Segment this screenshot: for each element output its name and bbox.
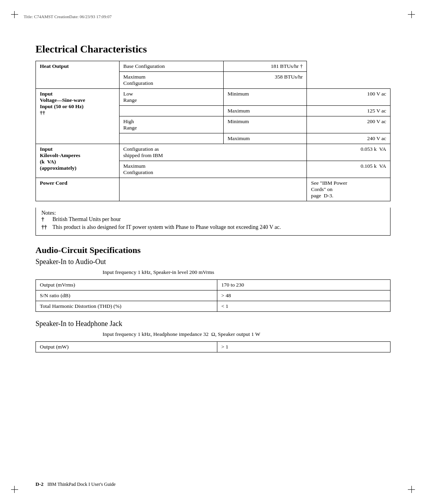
section2-title: Audio-Circuit Specifications xyxy=(36,245,390,255)
cell-power-cord-mid xyxy=(119,178,307,201)
table-row: InputVoltage—Sine-waveInput (50 or 60 Hz… xyxy=(36,89,390,106)
audio-table-1: Output (mVrms) 170 to 230 S/N ratio (dB)… xyxy=(36,279,390,312)
corner-tl xyxy=(11,11,23,23)
cell-low-range2 xyxy=(119,106,223,116)
cell-max-config2: MaximumConfiguration xyxy=(119,161,307,178)
page: Title: C74AMST CreationDate: 06/23/93 17… xyxy=(0,0,426,504)
note-symbol-1: † xyxy=(41,216,52,223)
table-row: Heat Output Base Configuration 181 BTUs/… xyxy=(36,61,390,72)
audio1-value-3: < 1 xyxy=(217,301,390,312)
cell-maximum-label: Maximum xyxy=(223,106,307,116)
table-row: Output (mW) > 1 xyxy=(36,342,390,352)
audio1-label-3: Total Harmonic Distortion (THD) (%) xyxy=(36,301,217,312)
table-row: Total Harmonic Distortion (THD) (%) < 1 xyxy=(36,301,390,312)
audio2-value-1: > 1 xyxy=(217,342,390,352)
label-kilovolt: InputKilovolt-Amperes(k VA)(approximatel… xyxy=(36,144,120,178)
header-meta: Title: C74AMST CreationDate: 06/23/93 17… xyxy=(24,14,112,19)
cell-low-range: LowRange xyxy=(119,89,223,106)
note-text-1: British Thermal Units per hour xyxy=(52,216,121,223)
sub2-description: Input frequency 1 kHz, Headphone impedan… xyxy=(36,331,390,337)
table-row: S/N ratio (dB) > 48 xyxy=(36,290,390,301)
table-row: InputKilovolt-Amperes(k VA)(approximatel… xyxy=(36,144,390,161)
note-symbol-2: †† xyxy=(41,224,52,230)
audio1-label-2: S/N ratio (dB) xyxy=(36,290,217,301)
cell-100v: 100 V ac xyxy=(307,89,390,106)
cell-240v: 240 V ac xyxy=(307,133,390,144)
cell-maximum-label2: Maximum xyxy=(223,133,307,144)
note-item-2: †† This product is also designed for IT … xyxy=(41,224,385,230)
corner-br xyxy=(403,481,415,493)
cell-200v: 200 V ac xyxy=(307,116,390,133)
label-heat-output: Heat Output xyxy=(36,61,120,89)
footer-page: D-2 xyxy=(36,481,43,487)
cell-minimum-label: Minimum xyxy=(223,89,307,106)
corner-tr xyxy=(403,11,415,23)
cell-358btu: 358 BTUs/hr xyxy=(223,72,307,89)
audio1-value-2: > 48 xyxy=(217,290,390,301)
audio1-value-1: 170 to 230 xyxy=(217,280,390,290)
cell-high-range2 xyxy=(119,133,223,144)
footer: D-2 IBM ThinkPad Dock I User's Guide xyxy=(36,481,390,487)
sub1-description: Input frequency 1 kHz, Speaker-in level … xyxy=(36,269,390,275)
audio2-label-1: Output (mW) xyxy=(36,342,217,352)
cell-base-config: Base Configuration xyxy=(119,61,223,72)
note-item-1: † British Thermal Units per hour xyxy=(41,216,385,223)
cell-125v: 125 V ac xyxy=(307,106,390,116)
cell-053kva: 0.053 k VA xyxy=(307,144,390,161)
cell-minimum-label2: Minimum xyxy=(223,116,307,133)
cell-config-shipped: Configuration asshipped from IBM xyxy=(119,144,307,161)
content: Electrical Characteristics Heat Output B… xyxy=(0,0,426,392)
cell-max-config: MaximumConfiguration xyxy=(119,72,223,89)
notes-section: Notes: † British Thermal Units per hour … xyxy=(36,208,390,236)
header-text: Title: C74AMST CreationDate: 06/23/93 17… xyxy=(24,14,112,19)
sub1-heading: Speaker-In to Audio-Out xyxy=(36,258,390,266)
audio1-label-1: Output (mVrms) xyxy=(36,280,217,290)
notes-title: Notes: xyxy=(41,210,385,216)
cell-181btu: 181 BTUs/hr † xyxy=(223,61,307,72)
audio-section: Audio-Circuit Specifications Speaker-In … xyxy=(36,245,390,352)
cell-105kva: 0.105 k VA xyxy=(307,161,390,178)
label-power-cord: Power Cord xyxy=(36,178,120,201)
corner-bl xyxy=(11,481,23,493)
footer-title: IBM ThinkPad Dock I User's Guide xyxy=(47,482,116,487)
electrical-table: Heat Output Base Configuration 181 BTUs/… xyxy=(36,61,390,201)
note-text-2: This product is also designed for IT pow… xyxy=(52,224,281,230)
sub2-heading: Speaker-In to Headphone Jack xyxy=(36,320,390,328)
label-input-voltage: InputVoltage—Sine-waveInput (50 or 60 Hz… xyxy=(36,89,120,144)
cell-high-range: HighRange xyxy=(119,116,223,133)
section1-title: Electrical Characteristics xyxy=(36,43,390,55)
table-row: Output (mVrms) 170 to 230 xyxy=(36,280,390,290)
cell-power-cord-value: See "IBM PowerCords" onpage D-3. xyxy=(307,178,390,201)
audio-table-2: Output (mW) > 1 xyxy=(36,341,390,352)
table-row: Power Cord See "IBM PowerCords" onpage D… xyxy=(36,178,390,201)
